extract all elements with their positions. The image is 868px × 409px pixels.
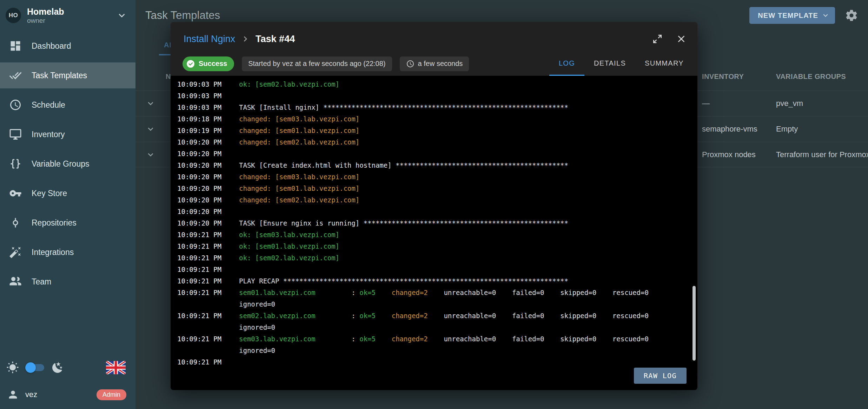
log-line: 10:09:03 PMTASK [Install nginx] ********… bbox=[177, 102, 697, 113]
log-line: 10:09:20 PMchanged: [sem01.lab.vezpi.com… bbox=[177, 183, 697, 194]
account-multiple-icon bbox=[9, 275, 22, 288]
log-line: 10:09:21 PM bbox=[177, 264, 697, 275]
task-modal: Install Nginx Task #44 bbox=[171, 22, 697, 390]
key-icon bbox=[9, 187, 22, 200]
check-all-icon bbox=[9, 69, 22, 82]
user-row[interactable]: vez Admin bbox=[0, 382, 135, 408]
log-line: 10:09:21 PMok: [sem03.lab.vezpi.com] bbox=[177, 229, 697, 241]
tab-summary[interactable]: SUMMARY bbox=[635, 52, 693, 76]
log-line: 10:09:21 PM bbox=[177, 356, 697, 368]
started-info: Started by vez at a few seconds ago (22:… bbox=[242, 56, 392, 71]
theme-toggle-knob bbox=[25, 362, 36, 373]
sidebar-item-schedule[interactable]: Schedule bbox=[0, 92, 135, 118]
duration-info: a few seconds bbox=[400, 56, 469, 71]
chevron-down-icon bbox=[821, 11, 830, 20]
sidebar-item-label: Inventory bbox=[32, 130, 65, 139]
page-title: Task Templates bbox=[145, 9, 220, 22]
auto-fix-icon bbox=[9, 246, 22, 259]
sidebar-item-label: Key Store bbox=[32, 189, 67, 198]
col-inventory: INVENTORY bbox=[702, 73, 776, 81]
log-line: 10:09:21 PMsem02.lab.vezpi.com : ok=5 ch… bbox=[177, 310, 697, 322]
log-line: 10:09:20 PM bbox=[177, 206, 697, 217]
theme-toggle[interactable] bbox=[26, 364, 44, 371]
sidebar-item-label: Integrations bbox=[32, 248, 74, 257]
chevron-right-icon bbox=[240, 34, 251, 44]
workspace-avatar: HO bbox=[6, 8, 21, 23]
clock-icon bbox=[406, 60, 415, 68]
log-line: 10:09:21 PMsem03.lab.vezpi.com : ok=5 ch… bbox=[177, 333, 697, 345]
chevron-down-icon[interactable] bbox=[116, 9, 128, 21]
expand-icon[interactable] bbox=[652, 33, 663, 45]
gear-icon[interactable] bbox=[845, 9, 858, 22]
sidebar-item-repositories[interactable]: Repositories bbox=[0, 210, 135, 236]
theme-row bbox=[0, 356, 135, 379]
sidebar-item-label: Task Templates bbox=[32, 71, 87, 80]
sidebar-item-label: Team bbox=[32, 277, 51, 287]
sidebar-item-integrations[interactable]: Integrations bbox=[0, 239, 135, 265]
raw-log-button[interactable]: RAW LOG bbox=[634, 368, 687, 384]
log-line: ignored=0 bbox=[177, 345, 697, 356]
user-name: vez bbox=[25, 390, 37, 399]
modal-header: Install Nginx Task #44 bbox=[171, 22, 697, 76]
admin-badge: Admin bbox=[97, 389, 126, 400]
code-braces-icon bbox=[9, 157, 22, 170]
sidebar-item-key-store[interactable]: Key Store bbox=[0, 180, 135, 206]
modal-tabs: LOGDETAILSSUMMARY bbox=[549, 52, 697, 76]
workspace-switcher[interactable]: HO Homelab owner bbox=[0, 0, 135, 31]
col-variable-groups: VARIABLE GROUPS bbox=[776, 73, 868, 81]
cell-variable-groups: Terraform user for Proxmox bbox=[776, 150, 868, 159]
sidebar-footer: vez Admin bbox=[0, 356, 135, 409]
tab-details[interactable]: DETAILS bbox=[584, 52, 635, 76]
log-line: ignored=0 bbox=[177, 322, 697, 333]
template-link[interactable]: Install Nginx bbox=[184, 34, 235, 45]
log-line: 10:09:20 PMTASK [Ensure nginx is running… bbox=[177, 217, 697, 229]
person-icon bbox=[7, 389, 19, 401]
source-commit-icon bbox=[9, 216, 22, 229]
uk-flag-icon[interactable] bbox=[106, 361, 126, 374]
started-text: Started by vez at a few seconds ago (22:… bbox=[248, 60, 385, 68]
new-template-button[interactable]: NEW TEMPLATE bbox=[749, 7, 835, 24]
view-dashboard-icon bbox=[9, 40, 22, 52]
log-line: 10:09:20 PMchanged: [sem02.lab.vezpi.com… bbox=[177, 194, 697, 206]
sidebar-menu: DashboardTask TemplatesScheduleInventory… bbox=[0, 31, 135, 298]
sidebar-item-label: Variable Groups bbox=[32, 159, 90, 169]
close-icon[interactable] bbox=[676, 33, 687, 45]
sidebar-item-variable-groups[interactable]: Variable Groups bbox=[0, 151, 135, 177]
duration-text: a few seconds bbox=[418, 60, 463, 68]
sidebar-item-task-templates[interactable]: Task Templates bbox=[0, 62, 135, 88]
log-line: 10:09:19 PMchanged: [sem01.lab.vezpi.com… bbox=[177, 125, 697, 136]
cell-inventory: — bbox=[702, 99, 776, 108]
log-line: 10:09:21 PMsem01.lab.vezpi.com : ok=5 ch… bbox=[177, 287, 697, 299]
sidebar-item-label: Schedule bbox=[32, 100, 65, 110]
moon-icon bbox=[51, 361, 64, 374]
log-line: 10:09:20 PM bbox=[177, 148, 697, 160]
cell-inventory: Proxmox nodes bbox=[702, 150, 776, 159]
status-label: Success bbox=[199, 60, 227, 68]
log-line: 10:09:03 PM bbox=[177, 90, 697, 102]
check-circle-icon bbox=[186, 59, 195, 68]
log-scrollbar[interactable] bbox=[693, 286, 696, 361]
status-badge: Success bbox=[183, 56, 234, 71]
log-line: ignored=0 bbox=[177, 299, 697, 310]
tab-log[interactable]: LOG bbox=[549, 52, 584, 76]
log-line: 10:09:20 PMTASK [Create index.html with … bbox=[177, 160, 697, 171]
log-line: 10:09:21 PMok: [sem02.lab.vezpi.com] bbox=[177, 252, 697, 264]
sidebar-item-dashboard[interactable]: Dashboard bbox=[0, 33, 135, 59]
monitor-icon bbox=[9, 128, 22, 141]
row-expand-chevron[interactable] bbox=[135, 124, 166, 134]
log-line: 10:09:18 PMchanged: [sem03.lab.vezpi.com… bbox=[177, 113, 697, 125]
sidebar-item-inventory[interactable]: Inventory bbox=[0, 121, 135, 147]
log-line: 10:09:21 PMok: [sem01.lab.vezpi.com] bbox=[177, 241, 697, 252]
sidebar-item-label: Dashboard bbox=[32, 41, 71, 51]
sidebar-item-team[interactable]: Team bbox=[0, 269, 135, 295]
row-expand-chevron[interactable] bbox=[135, 149, 166, 160]
new-template-label: NEW TEMPLATE bbox=[758, 12, 818, 20]
log-panel[interactable]: 10:09:03 PMok: [sem02.lab.vezpi.com]10:0… bbox=[171, 76, 697, 390]
log-lines: 10:09:03 PMok: [sem02.lab.vezpi.com]10:0… bbox=[177, 79, 697, 368]
cell-variable-groups: Empty bbox=[776, 125, 868, 134]
cell-inventory: semaphore-vms bbox=[702, 125, 776, 134]
log-line: 10:09:21 PMPLAY RECAP ******************… bbox=[177, 275, 697, 287]
row-expand-chevron[interactable] bbox=[135, 98, 166, 109]
clock-outline-icon bbox=[9, 99, 22, 111]
log-line: 10:09:20 PMchanged: [sem03.lab.vezpi.com… bbox=[177, 171, 697, 183]
